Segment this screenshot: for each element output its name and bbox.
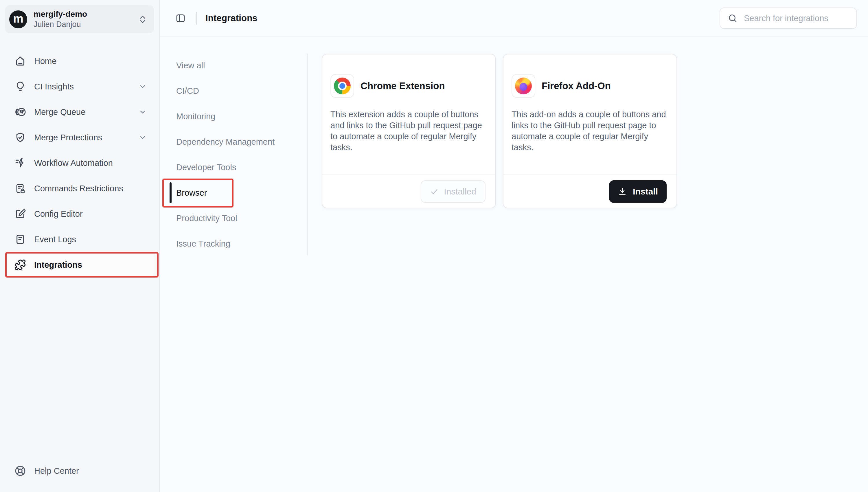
puzzle-icon	[15, 259, 26, 271]
help-center-label: Help Center	[34, 466, 79, 476]
card-title: Chrome Extension	[360, 80, 445, 92]
category-item-cicd[interactable]: CI/CD	[176, 78, 307, 104]
sidebar: m mergify-demo Julien Danjou Home	[0, 0, 160, 492]
sidebar-item-merge-queue[interactable]: Merge Queue	[5, 99, 154, 125]
merge-queue-icon	[15, 106, 26, 118]
panel-left-icon	[175, 13, 186, 24]
sidebar-item-label: Merge Queue	[34, 107, 85, 117]
integration-card-firefox: Firefox Add-On This add-on adds a couple…	[503, 54, 677, 208]
sidebar-item-merge-protections[interactable]: Merge Protections	[5, 125, 154, 150]
workspace-user-name: Julien Danjou	[33, 20, 87, 29]
lifebuoy-icon	[14, 465, 27, 477]
document-lines-icon	[15, 233, 26, 245]
installed-button[interactable]: Installed	[421, 180, 485, 203]
sidebar-item-workflow-automation[interactable]: Workflow Automation	[5, 150, 154, 176]
category-label: Productivity Tool	[176, 214, 237, 223]
main-area: Integrations View all CI/CD Monitoring D…	[160, 0, 868, 492]
page-title: Integrations	[205, 13, 257, 23]
category-item-view-all[interactable]: View all	[176, 53, 307, 78]
category-nav: View all CI/CD Monitoring Dependency Man…	[160, 37, 307, 256]
workspace-selector[interactable]: m mergify-demo Julien Danjou	[5, 5, 154, 33]
search-input[interactable]	[744, 14, 849, 23]
header: Integrations	[160, 0, 868, 37]
chevron-down-icon	[138, 82, 147, 91]
card-description: This add-on adds a couple of buttons and…	[512, 109, 668, 153]
edit-pencil-icon	[15, 208, 26, 220]
category-label: CI/CD	[176, 86, 199, 96]
header-divider	[196, 12, 197, 25]
sidebar-nav: Home CI Insights Merge Queue	[5, 48, 154, 277]
sidebar-item-label: Merge Protections	[34, 133, 102, 142]
install-button-label: Install	[633, 187, 658, 197]
sidebar-item-label: Config Editor	[34, 209, 83, 219]
workspace-avatar: m	[9, 10, 27, 28]
card-body: Firefox Add-On This add-on adds a couple…	[504, 54, 676, 174]
sidebar-item-commands-restrictions[interactable]: Commands Restrictions	[5, 176, 154, 201]
workspace-org-name: mergify-demo	[33, 9, 87, 19]
card-footer: Installed	[322, 174, 495, 208]
category-item-issue-tracking[interactable]: Issue Tracking	[176, 231, 307, 256]
card-title: Firefox Add-On	[542, 80, 611, 92]
card-description: This extension adds a couple of buttons …	[330, 109, 487, 153]
sidebar-item-help-center[interactable]: Help Center	[5, 462, 154, 480]
shield-check-icon	[15, 132, 26, 143]
firefox-logo-icon	[515, 78, 532, 94]
card-footer: Install	[504, 174, 676, 208]
install-button[interactable]: Install	[609, 180, 667, 203]
search-box	[720, 7, 857, 29]
download-icon	[618, 187, 627, 196]
app-root: m mergify-demo Julien Danjou Home	[0, 0, 868, 492]
category-label: View all	[176, 61, 205, 70]
category-item-productivity-tool[interactable]: Productivity Tool	[176, 205, 307, 231]
home-icon	[15, 55, 26, 67]
firefox-logo-box	[512, 74, 535, 98]
lightbulb-icon	[15, 81, 26, 92]
sidebar-item-integrations[interactable]: Integrations	[5, 252, 154, 277]
sidebar-item-label: Workflow Automation	[34, 158, 113, 168]
search-icon	[728, 13, 738, 23]
category-label: Developer Tools	[176, 163, 236, 172]
chrome-logo-box	[330, 74, 354, 98]
category-label: Monitoring	[176, 112, 215, 121]
integration-cards: Chrome Extension This extension adds a c…	[308, 37, 677, 208]
category-item-dependency-management[interactable]: Dependency Management	[176, 129, 307, 154]
workspace-text: mergify-demo Julien Danjou	[33, 9, 87, 29]
integration-card-chrome: Chrome Extension This extension adds a c…	[322, 54, 496, 208]
chevron-down-icon	[138, 108, 147, 116]
check-icon	[430, 187, 439, 196]
category-label: Dependency Management	[176, 137, 275, 147]
chrome-logo-icon	[334, 78, 351, 94]
document-lock-icon	[15, 182, 26, 194]
sidebar-item-label: Home	[34, 56, 56, 66]
card-body: Chrome Extension This extension adds a c…	[322, 54, 495, 174]
sidebar-item-ci-insights[interactable]: CI Insights	[5, 74, 154, 99]
category-item-developer-tools[interactable]: Developer Tools	[176, 154, 307, 180]
sidebar-item-home[interactable]: Home	[5, 48, 154, 74]
sidebar-item-label: Event Logs	[34, 235, 76, 244]
chevron-down-icon	[138, 133, 147, 142]
sidebar-toggle-button[interactable]	[174, 11, 187, 25]
card-header: Chrome Extension	[330, 74, 487, 98]
sidebar-item-label: Commands Restrictions	[34, 184, 123, 193]
content-area: View all CI/CD Monitoring Dependency Man…	[160, 37, 868, 492]
card-header: Firefox Add-On	[512, 74, 668, 98]
sidebar-item-label: CI Insights	[34, 82, 74, 92]
category-item-monitoring[interactable]: Monitoring	[176, 104, 307, 129]
sidebar-item-label: Integrations	[34, 260, 82, 270]
sidebar-item-config-editor[interactable]: Config Editor	[5, 201, 154, 227]
category-label: Issue Tracking	[176, 239, 230, 249]
avatar-letter: m	[13, 13, 23, 24]
installed-button-label: Installed	[444, 187, 476, 197]
chevrons-up-down-icon	[138, 15, 148, 24]
selected-category-indicator	[170, 182, 172, 203]
workflow-zap-icon	[15, 157, 26, 169]
category-label: Browser	[176, 188, 207, 198]
sidebar-item-event-logs[interactable]: Event Logs	[5, 227, 154, 252]
category-item-browser[interactable]: Browser	[176, 180, 307, 205]
